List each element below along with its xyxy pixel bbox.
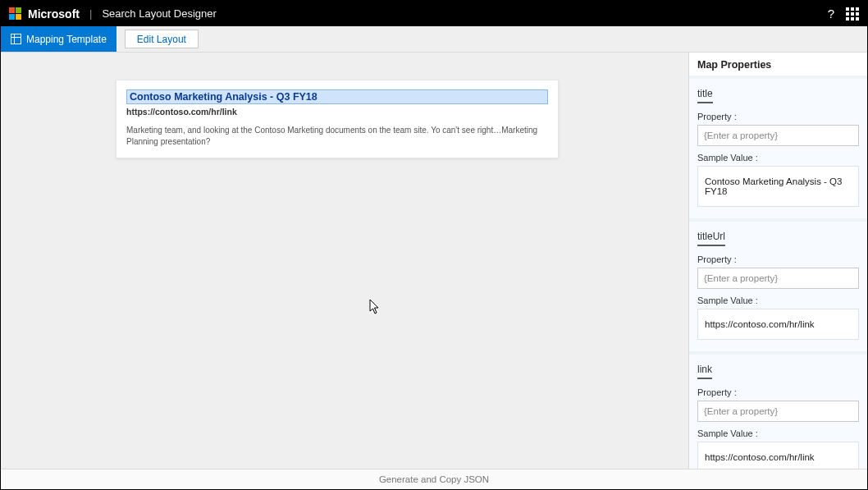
generate-json-button[interactable]: Generate and Copy JSON [1, 469, 867, 489]
property-label: Property : [697, 387, 859, 397]
result-title[interactable]: Contoso Marketing Analysis - Q3 FY18 [126, 89, 548, 104]
result-snippet: Marketing team, and looking at the Conto… [126, 125, 548, 147]
sample-value: Contoso Marketing Analysis - Q3 FY18 [697, 166, 859, 207]
microsoft-logo-icon [9, 7, 21, 20]
panel-heading: Map Properties [689, 53, 867, 76]
property-block-title: title Property : Sample Value : Contoso … [689, 76, 867, 218]
app-launcher-icon[interactable] [846, 7, 859, 21]
header-left: Microsoft | Search Layout Designer [9, 7, 217, 21]
result-url: https://contoso.com/hr/link [126, 107, 548, 117]
result-card[interactable]: Contoso Marketing Analysis - Q3 FY18 htt… [116, 80, 559, 158]
divider-icon: | [89, 7, 92, 20]
sample-value-label: Sample Value : [697, 295, 859, 305]
property-label: Property : [697, 112, 859, 121]
sample-value-label: Sample Value : [697, 428, 859, 438]
properties-panel: Map Properties title Property : Sample V… [688, 53, 867, 469]
tab-mapping-label: Mapping Template [26, 34, 107, 45]
property-block-titleurl: titleUrl Property : Sample Value : https… [689, 218, 867, 351]
property-block-link: link Property : Sample Value : https://c… [689, 351, 867, 469]
brand-label: Microsoft [28, 7, 80, 21]
property-label: Property : [697, 254, 859, 264]
property-input[interactable] [697, 125, 859, 146]
app-name-label: Search Layout Designer [102, 7, 216, 20]
header-right: ? [828, 7, 859, 21]
toolbar: Mapping Template Edit Layout [1, 26, 867, 53]
sample-value: https://contoso.com/hr/link [697, 309, 859, 340]
edit-layout-button[interactable]: Edit Layout [125, 30, 199, 48]
cursor-icon [369, 299, 381, 319]
sample-value: https://contoso.com/hr/link [697, 442, 859, 469]
property-name: title [697, 88, 713, 103]
property-name: link [697, 364, 712, 379]
generate-json-label: Generate and Copy JSON [379, 474, 489, 484]
property-input[interactable] [697, 401, 859, 422]
preview-canvas: Contoso Marketing Analysis - Q3 FY18 htt… [1, 53, 688, 469]
help-icon[interactable]: ? [828, 7, 834, 21]
property-input[interactable] [697, 268, 859, 289]
main-area: Contoso Marketing Analysis - Q3 FY18 htt… [1, 53, 867, 469]
app-header: Microsoft | Search Layout Designer ? [1, 1, 867, 26]
sample-value-label: Sample Value : [697, 153, 859, 163]
tab-mapping-template[interactable]: Mapping Template [1, 26, 116, 52]
edit-layout-label: Edit Layout [137, 34, 186, 45]
template-icon [11, 34, 21, 44]
property-name: titleUrl [697, 231, 725, 246]
